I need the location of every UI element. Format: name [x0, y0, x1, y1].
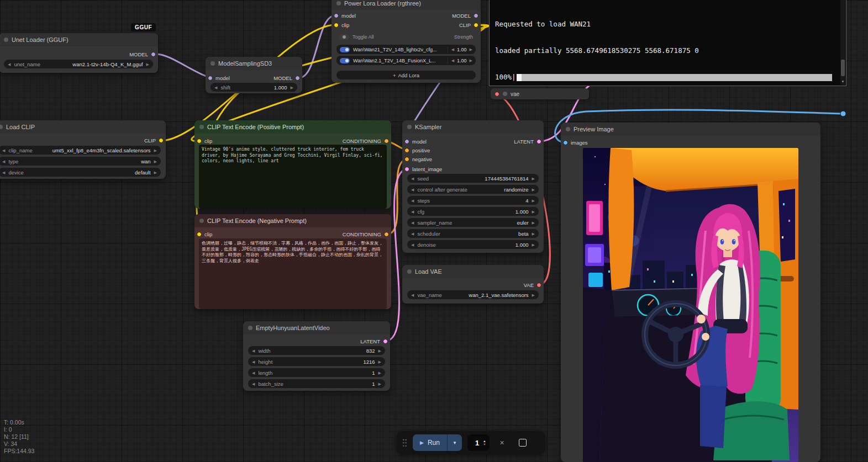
increment-arrow-icon[interactable]: ▶ [532, 188, 535, 192]
decrement-arrow-icon[interactable]: ◀ [2, 171, 5, 174]
model-slot-dot[interactable] [404, 139, 409, 144]
collapse-dot-icon[interactable] [4, 38, 8, 42]
model-slot-dot[interactable] [151, 52, 156, 57]
model-slot-dot[interactable] [334, 13, 339, 18]
latent-slot-dot[interactable] [536, 139, 541, 144]
lora-row[interactable]: Wan\Wan21_T2V_14B_lightx2v_cfg... ◀ 1.00… [336, 45, 476, 54]
increment-arrow-icon[interactable]: ▶ [532, 177, 535, 180]
node-power-lora-loader[interactable]: Power Lora Loader (rgthree) model MODEL … [332, 0, 481, 83]
scroll-down-icon[interactable]: ▾ [840, 79, 845, 84]
latent-slot-dot[interactable] [383, 339, 388, 344]
widget-steps[interactable]: ◀ steps 4 ▶ [407, 196, 539, 205]
decrement-arrow-icon[interactable]: ◀ [451, 47, 454, 51]
decrement-arrow-icon[interactable]: ◀ [2, 160, 5, 163]
vae-slot-dot[interactable] [536, 283, 541, 288]
input-slot-negative[interactable]: negative [404, 156, 432, 162]
model-slot-dot[interactable] [208, 76, 213, 81]
stepper-arrows[interactable]: ▴ ▾ [483, 439, 485, 446]
increment-arrow-icon[interactable]: ▶ [532, 199, 535, 203]
increment-arrow-icon[interactable]: ▶ [378, 382, 381, 386]
conditioning-slot-dot[interactable] [404, 148, 409, 153]
widget-scheduler[interactable]: ◀ scheduler beta ▶ [407, 229, 539, 238]
decrement-arrow-icon[interactable]: ◀ [8, 62, 10, 66]
toggle-all-switch[interactable] [339, 34, 349, 40]
decrement-arrow-icon[interactable]: ◀ [2, 148, 5, 152]
decrement-arrow-icon[interactable]: ◀ [411, 232, 414, 236]
node-empty-hunyuan-latent-video[interactable]: EmptyHunyuanLatentVideo LATENT ◀ width 8… [243, 321, 390, 391]
node-graph-canvas[interactable]: GGUF Unet Loader (GGUF) MODEL ◀ unet_nam… [0, 0, 868, 462]
widget-sampler-name[interactable]: ◀ sampler_name euler ▶ [407, 218, 539, 227]
drag-handle-icon[interactable] [402, 438, 407, 447]
node-preview-image[interactable]: Preview Image images [561, 123, 820, 462]
increment-arrow-icon[interactable]: ▶ [470, 47, 472, 51]
conditioning-slot-dot[interactable] [404, 157, 409, 162]
collapse-dot-icon[interactable] [248, 326, 252, 330]
input-slot-clip[interactable]: clip [334, 22, 349, 28]
widget-width[interactable]: ◀ width 832 ▶ [248, 346, 385, 355]
add-lora-button[interactable]: + Add Lora [336, 71, 476, 79]
increment-arrow-icon[interactable]: ▶ [146, 62, 149, 66]
collapse-dot-icon[interactable] [503, 92, 507, 96]
collapse-dot-icon[interactable] [211, 61, 215, 66]
widget-seed[interactable]: ◀ seed 174445384761814 ▶ [407, 174, 539, 183]
clear-queue-button[interactable]: × [499, 438, 504, 447]
widget-height[interactable]: ◀ height 1216 ▶ [248, 357, 385, 366]
increment-arrow-icon[interactable]: ▶ [532, 243, 535, 247]
widget-length[interactable]: ◀ length 1 ▶ [248, 368, 385, 377]
node-clip-text-encode-positive[interactable]: CLIP Text Encode (Positive Prompt) clip … [194, 120, 391, 209]
output-slot-model[interactable]: MODEL [129, 51, 156, 57]
decrement-arrow-icon[interactable]: ◀ [214, 86, 217, 89]
decrement-arrow-icon[interactable]: ◀ [411, 243, 414, 247]
increment-arrow-icon[interactable]: ▶ [378, 360, 381, 364]
input-slot-model[interactable]: model [208, 75, 230, 81]
decrement-arrow-icon[interactable]: ◀ [411, 210, 414, 214]
increment-arrow-icon[interactable]: ▶ [154, 160, 157, 163]
input-slot-latent-image[interactable]: latent_image [404, 166, 442, 172]
latent-slot-dot[interactable] [404, 167, 409, 172]
widget-clip-name[interactable]: ◀ clip_name umt5_xxl_fp8_e4m3fn_scaled.s… [0, 146, 161, 155]
clip-slot-dot[interactable] [474, 23, 478, 28]
clip-slot-dot[interactable] [197, 139, 202, 144]
decrement-arrow-icon[interactable]: ◀ [252, 371, 255, 375]
node-header[interactable]: Load CLIP [0, 120, 166, 134]
clip-slot-dot[interactable] [159, 138, 164, 143]
input-slot-clip[interactable]: clip [197, 138, 212, 144]
clip-slot-dot[interactable] [334, 23, 339, 28]
input-slot-positive[interactable]: positive [404, 147, 430, 153]
decrement-arrow-icon[interactable]: ◀ [411, 199, 414, 203]
output-slot-conditioning[interactable]: CONDITIONING [343, 231, 389, 237]
widget-vae-name[interactable]: ◀ vae_name wan_2.1_vae.safetensors ▶ [407, 290, 539, 299]
node-header[interactable]: Load VAE [402, 265, 544, 278]
run-button[interactable]: ▶ Run [413, 434, 447, 451]
widget-unet-name[interactable]: ◀ unet_name wan2.1-t2v-14b-Q4_K_M.gguf ▶ [4, 60, 153, 68]
run-button-group[interactable]: ▶ Run ▾ [413, 434, 462, 451]
model-slot-dot[interactable] [295, 76, 300, 81]
toggle-all-group[interactable]: Toggle All [339, 34, 374, 40]
stop-icon[interactable] [519, 439, 527, 447]
increment-arrow-icon[interactable]: ▶ [378, 349, 381, 353]
lora-name[interactable]: Wan\Wan2.1_T2V_14B_FusionX_L... [353, 58, 444, 63]
node-header[interactable]: ModelSamplingSD3 [206, 57, 302, 70]
conditioning-slot-dot[interactable] [384, 232, 389, 237]
conditioning-slot-dot[interactable] [384, 139, 389, 144]
positive-prompt-textarea[interactable]: Vintage 90's anime style. cluttered truc… [199, 145, 387, 209]
lora-toggle-switch[interactable] [340, 47, 350, 52]
input-slot-model[interactable]: model [404, 139, 427, 144]
increment-arrow-icon[interactable]: ▶ [532, 232, 535, 236]
widget-control-after-generate[interactable]: ◀ control after generate randomize ▶ [407, 185, 539, 194]
lora-toggle-switch[interactable] [340, 58, 350, 63]
input-slot-model[interactable]: model [334, 13, 356, 18]
scrollbar-thumb[interactable] [841, 60, 845, 76]
collapse-dot-icon[interactable] [407, 125, 412, 129]
increment-arrow-icon[interactable]: ▶ [532, 210, 535, 214]
output-slot-model[interactable]: MODEL [452, 13, 478, 18]
node-header[interactable]: KSampler [402, 120, 544, 134]
output-slot-model[interactable]: MODEL [273, 75, 300, 81]
node-model-sampling-sd3[interactable]: ModelSamplingSD3 model MODEL ◀ shift 1.0… [206, 57, 302, 93]
widget-device[interactable]: ◀ device default ▶ [0, 168, 161, 177]
node-unet-loader-gguf[interactable]: GGUF Unet Loader (GGUF) MODEL ◀ unet_nam… [0, 33, 158, 73]
decrement-arrow-icon[interactable]: ◀ [411, 177, 414, 180]
node-vae-collapsed[interactable]: vae [491, 88, 589, 99]
model-slot-dot[interactable] [474, 13, 478, 18]
decrement-arrow-icon[interactable]: ◀ [411, 221, 414, 225]
